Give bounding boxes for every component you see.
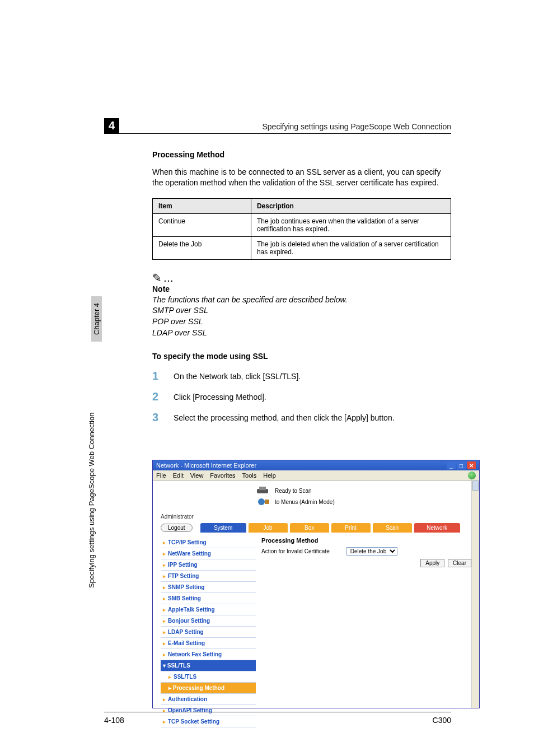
note-line: SMTP over SSL <box>152 305 451 316</box>
step-number: 3 <box>152 411 174 424</box>
content-heading: Processing Method <box>261 537 471 544</box>
side-caption: Specifying settings using PageScope Web … <box>87 413 96 588</box>
status-menus[interactable]: to Menus (Admin Mode) <box>256 498 335 506</box>
menu-favorites[interactable]: Favorites <box>210 472 235 479</box>
sidebar-item-smb-setting[interactable]: SMB Setting <box>161 593 256 604</box>
table-header-item: Item <box>153 198 251 213</box>
tab-scan[interactable]: Scan <box>373 523 412 533</box>
svg-point-2 <box>258 498 265 505</box>
sidebar-item-e-mail-setting[interactable]: E-Mail Setting <box>161 638 256 649</box>
chapter-number-badge: 4 <box>104 118 119 133</box>
scrollbar-thumb[interactable] <box>472 480 479 491</box>
table-row: Delete the Job The job is deleted when t… <box>153 236 451 259</box>
processing-method-table: Item Description Continue The job contin… <box>152 198 451 260</box>
table-cell: The job is deleted when the validation o… <box>251 236 451 259</box>
menus-label: to Menus (Admin Mode) <box>275 499 335 505</box>
sidebar-item-appletalk-setting[interactable]: AppleTalk Setting <box>161 604 256 615</box>
tab-box[interactable]: Box <box>290 523 329 533</box>
sidebar-item-processing-method[interactable]: ▸ Processing Method <box>161 683 256 694</box>
table-row: Continue The job continues even when the… <box>153 213 451 236</box>
browser-menubar: File Edit View Favorites Tools Help <box>153 470 479 481</box>
printer-icon <box>256 487 271 494</box>
sidebar-item-ldap-setting[interactable]: LDAP Setting <box>161 627 256 638</box>
content-panel: Processing Method Action for Invalid Cer… <box>261 537 471 727</box>
svg-rect-1 <box>259 487 266 490</box>
step-number: 1 <box>152 370 174 382</box>
note-label: Note <box>152 284 451 293</box>
model-label: C300 <box>433 716 451 725</box>
table-cell: Delete the Job <box>153 236 251 259</box>
row-label: Action for Invalid Certificate <box>261 548 330 554</box>
clear-button[interactable]: Clear <box>448 559 471 567</box>
status-ready: Ready to Scan <box>256 487 312 494</box>
step-text: Click [Processing Method]. <box>174 390 266 402</box>
table-header-description: Description <box>251 198 451 213</box>
sidebar: TCP/IP SettingNetWare SettingIPP Setting… <box>161 537 256 727</box>
action-select[interactable]: Delete the Job <box>346 547 397 556</box>
sidebar-item-openapi-setting[interactable]: OpenAPI Setting <box>161 705 256 716</box>
step-2: 2 Click [Processing Method]. <box>152 390 451 403</box>
sidebar-item-authentication[interactable]: Authentication <box>161 694 256 705</box>
menu-help[interactable]: Help <box>263 472 276 479</box>
side-chapter-tab: Chapter 4 <box>91 296 102 342</box>
window-titlebar: Network - Microsoft Internet Explorer _ … <box>153 460 479 470</box>
sidebar-item-ssl-tls[interactable]: ▾ SSL/TLS <box>161 660 256 671</box>
sidebar-item-ftp-setting[interactable]: FTP Setting <box>161 571 256 582</box>
tab-system[interactable]: System <box>200 523 246 533</box>
globe-icon <box>256 498 271 506</box>
tab-print[interactable]: Print <box>331 523 371 533</box>
note-line: LDAP over SSL <box>152 328 451 339</box>
logout-button[interactable]: Logout <box>161 524 193 532</box>
admin-label: Administrator <box>161 514 479 520</box>
header-title: Specifying settings using PageScope Web … <box>262 122 451 131</box>
step-3: 3 Select the processing method, and then… <box>152 411 451 424</box>
ie-throbber-icon <box>468 472 476 479</box>
sidebar-item-netware-setting[interactable]: NetWare Setting <box>161 548 256 559</box>
step-text: Select the processing method, and then c… <box>174 411 395 422</box>
sidebar-item-ipp-setting[interactable]: IPP Setting <box>161 559 256 571</box>
step-text: On the Network tab, click [SSL/TLS]. <box>174 370 301 381</box>
browser-window: Network - Microsoft Internet Explorer _ … <box>152 460 480 708</box>
menu-tools[interactable]: Tools <box>242 472 257 479</box>
note-line: POP over SSL <box>152 316 451 328</box>
sidebar-item-bonjour-setting[interactable]: Bonjour Setting <box>161 615 256 627</box>
sidebar-item-tcp-ip-setting[interactable]: TCP/IP Setting <box>161 537 256 548</box>
sidebar-item-snmp-setting[interactable]: SNMP Setting <box>161 582 256 593</box>
step-number: 2 <box>152 390 174 403</box>
page-number: 4-108 <box>104 716 124 725</box>
tab-job[interactable]: Job <box>249 523 288 533</box>
subsection-heading: To specify the mode using SSL <box>152 352 451 361</box>
table-cell: Continue <box>153 213 251 236</box>
header-rule <box>104 133 451 134</box>
note-icon: ✎... <box>152 272 451 283</box>
minimize-button[interactable]: _ <box>447 461 456 469</box>
close-button[interactable]: ✕ <box>467 461 476 469</box>
menu-edit[interactable]: Edit <box>173 472 184 479</box>
intro-paragraph: When this machine is to be connected to … <box>152 167 451 188</box>
window-title: Network - Microsoft Internet Explorer <box>156 462 256 469</box>
svg-rect-3 <box>265 500 269 504</box>
table-cell: The job continues even when the validati… <box>251 213 451 236</box>
tab-network[interactable]: Network <box>414 523 460 533</box>
step-1: 1 On the Network tab, click [SSL/TLS]. <box>152 370 451 382</box>
scrollbar[interactable] <box>471 479 479 708</box>
sidebar-item-ssl-tls[interactable]: SSL/TLS <box>161 671 256 683</box>
ready-label: Ready to Scan <box>275 488 312 494</box>
maximize-button[interactable]: □ <box>457 461 466 469</box>
section-heading: Processing Method <box>152 150 451 159</box>
note-line: The functions that can be specified are … <box>152 295 451 306</box>
menu-file[interactable]: File <box>156 472 166 479</box>
footer-rule <box>104 712 451 712</box>
sidebar-item-network-fax-setting[interactable]: Network Fax Setting <box>161 649 256 660</box>
apply-button[interactable]: Apply <box>420 559 444 567</box>
menu-view[interactable]: View <box>190 472 204 479</box>
note-text: The functions that can be specified are … <box>152 295 451 338</box>
